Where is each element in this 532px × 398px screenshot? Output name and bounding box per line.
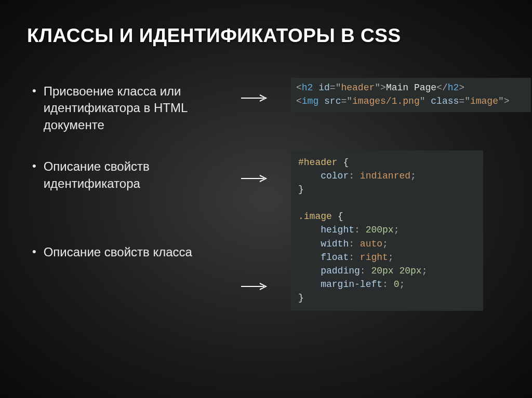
code-token (298, 279, 321, 290)
code-token: > (459, 83, 464, 93)
code-token: > (380, 83, 386, 93)
code-token: color (321, 171, 349, 181)
code-token: : (382, 279, 394, 290)
bullet-text-3: Описание свойств класса (44, 244, 192, 260)
code-token (318, 96, 324, 106)
code-token: indianred (360, 171, 410, 181)
code-token: h2 (448, 83, 459, 93)
code-token: { (338, 211, 343, 222)
code-token: : (349, 239, 360, 249)
code-snippet-html: <h2 id="header">Main Page</h2> <img src=… (291, 78, 531, 112)
code-token: 0 (394, 279, 400, 290)
code-token: 200px (366, 225, 394, 235)
bullet-item-1: • Присвоение класса или идентификатора в… (32, 83, 235, 133)
code-token: ; (382, 239, 388, 249)
code-token: width (321, 239, 349, 249)
code-token: ; (394, 225, 400, 235)
code-token: " (347, 96, 352, 106)
bullets-column: • Присвоение класса или идентификатора в… (27, 83, 235, 285)
bullet-item-3: • Описание свойств класса (32, 244, 235, 260)
code-token (332, 211, 338, 222)
slide-title: КЛАССЫ И ИДЕНТИФИКАТОРЫ В CSS (27, 25, 505, 47)
bullet-dot-icon: • (32, 244, 36, 260)
code-token: { (343, 157, 349, 168)
code-token: .image (298, 211, 332, 222)
code-token: = (459, 96, 464, 106)
code-token: h2 (302, 83, 313, 93)
code-token (298, 225, 321, 235)
code-token: class (431, 96, 459, 106)
code-token: image (470, 96, 498, 106)
code-token: } (298, 184, 304, 195)
code-token (425, 96, 431, 106)
code-token: auto (360, 239, 382, 249)
code-snippet-css: #header { color: indianred; } .image { h… (291, 150, 483, 311)
bullet-dot-icon: • (32, 83, 36, 133)
code-token: id (318, 83, 330, 93)
code-token (298, 239, 321, 249)
bullet-text-2: Описание свойств идентификатора (44, 158, 235, 192)
code-token: " (420, 96, 425, 106)
code-token: padding (321, 266, 360, 276)
code-token: header (341, 83, 375, 93)
code-token: : (360, 266, 371, 276)
code-token: : (354, 225, 366, 235)
arrow-icon (241, 283, 268, 284)
code-token: < (296, 96, 302, 106)
code-token: ; (410, 171, 416, 181)
code-token: ; (399, 279, 405, 290)
bullet-dot-icon: • (32, 158, 36, 192)
code-token: " (336, 83, 341, 93)
code-token (313, 83, 318, 93)
bullet-item-2: • Описание свойств идентификатора (32, 158, 235, 192)
code-token (298, 171, 321, 181)
code-token: height (321, 225, 354, 235)
code-token: > (504, 96, 510, 106)
code-token: : (349, 171, 360, 181)
code-token: : (349, 252, 360, 263)
code-token: ; (422, 266, 428, 276)
code-token: } (298, 293, 304, 303)
code-token: right (360, 252, 388, 263)
code-token (338, 157, 343, 168)
code-token: </ (436, 83, 448, 93)
code-token: < (296, 83, 302, 93)
code-token: margin-left (321, 279, 382, 290)
code-token (298, 266, 321, 276)
arrow-icon (241, 94, 268, 95)
code-token (298, 252, 321, 263)
arrow-icon (241, 175, 268, 176)
code-token: Main Page (386, 83, 436, 93)
code-token: " (498, 96, 504, 106)
code-token: " (375, 83, 380, 93)
code-token: ; (388, 252, 394, 263)
code-token: = (341, 96, 347, 106)
code-token: = (330, 83, 336, 93)
code-token: " (464, 96, 470, 106)
bullet-text-1: Присвоение класса или идентификатора в H… (44, 83, 235, 133)
code-token: #header (298, 157, 338, 168)
code-token: images/1.png (352, 96, 420, 106)
code-token: img (302, 96, 318, 106)
code-token: 20px 20px (371, 266, 421, 276)
code-token: src (324, 96, 341, 106)
code-token: float (321, 252, 349, 263)
